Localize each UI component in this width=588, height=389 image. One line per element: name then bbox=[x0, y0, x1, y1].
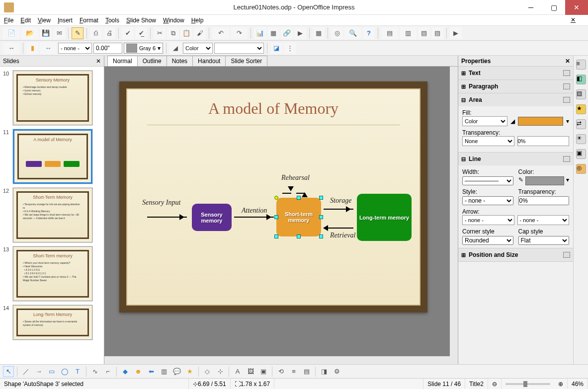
hyperlink-button[interactable]: 🔗 bbox=[281, 27, 293, 39]
slide[interactable]: A model of Memory Sensory Input Sensory … bbox=[119, 81, 427, 312]
line-transparency-input[interactable] bbox=[518, 196, 570, 205]
copy-button[interactable]: ⧉ bbox=[167, 27, 179, 39]
properties-tab-icon[interactable]: ◧ bbox=[576, 75, 586, 84]
line-color-swatch[interactable]: Gray 6▾ bbox=[124, 43, 163, 54]
rotate-tool[interactable]: ⟲ bbox=[275, 366, 286, 377]
navigator-icon[interactable]: ◎ bbox=[576, 164, 586, 174]
start-slideshow-button[interactable]: ▶ bbox=[450, 27, 462, 39]
table-button[interactable]: ▦ bbox=[267, 27, 279, 39]
minimize-button[interactable]: ─ bbox=[519, 0, 542, 15]
expand-icon[interactable]: ⊞ bbox=[461, 83, 466, 90]
block-arrows-tool[interactable]: ⬅ bbox=[146, 366, 157, 377]
save-button[interactable]: 💾 bbox=[40, 27, 52, 39]
slide-thumb[interactable]: 12 Short-Term Memory• Temporary storage … bbox=[0, 186, 104, 244]
align-tool[interactable]: ≡ bbox=[288, 366, 299, 377]
extrusion-tool[interactable]: ◨ bbox=[319, 366, 330, 377]
expand-icon[interactable]: ⊞ bbox=[461, 70, 466, 77]
slide-design-button[interactable]: ▧ bbox=[418, 27, 430, 39]
navigator-button[interactable]: ◎ bbox=[331, 27, 343, 39]
symbol-shapes-tool[interactable]: ☻ bbox=[133, 366, 144, 377]
print-button[interactable]: 🖨 bbox=[103, 27, 115, 39]
menu-window[interactable]: Window bbox=[163, 17, 184, 24]
fill-type-select[interactable]: Color bbox=[462, 116, 507, 126]
zoom-value[interactable]: 46% bbox=[568, 379, 588, 389]
master-pages-icon[interactable]: ▤ bbox=[576, 89, 586, 99]
menu-format[interactable]: Format bbox=[80, 17, 98, 24]
shadow-button[interactable]: ◪ bbox=[270, 42, 282, 54]
slide-thumb[interactable]: 10 Sensory Memory• Afterimage duration a… bbox=[0, 69, 104, 127]
transparency-value-input[interactable] bbox=[517, 136, 570, 146]
menu-insert[interactable]: Insert bbox=[58, 17, 73, 24]
zoom-out-button[interactable]: ⊖ bbox=[488, 379, 502, 389]
line-endings-button[interactable]: ↔ bbox=[40, 42, 57, 54]
edit-file-button[interactable]: ✎ bbox=[72, 27, 84, 39]
cut-button[interactable]: ✂ bbox=[154, 27, 166, 39]
export-pdf-button[interactable]: ⎙ bbox=[90, 27, 102, 39]
select-tool[interactable]: ↖ bbox=[3, 366, 14, 377]
slideshow-button[interactable]: ▶ bbox=[294, 27, 306, 39]
zoom-button[interactable]: 🔍 bbox=[344, 27, 361, 39]
paste-button[interactable]: 📋 bbox=[180, 27, 192, 39]
redo-button[interactable]: ↷ bbox=[231, 27, 248, 39]
cap-style-select[interactable]: Flat bbox=[518, 236, 570, 245]
undo-button[interactable]: ↶ bbox=[212, 27, 229, 39]
gallery-tool[interactable]: ▣ bbox=[258, 366, 269, 377]
custom-animation-icon[interactable]: ★ bbox=[576, 104, 586, 114]
vertical-scrollbar[interactable] bbox=[450, 67, 458, 364]
slide-thumb[interactable]: 11 A model of Memory bbox=[0, 127, 104, 186]
points-tool[interactable]: ◇ bbox=[202, 366, 213, 377]
menu-slideshow[interactable]: Slide Show bbox=[126, 17, 156, 24]
fill-color-select[interactable] bbox=[214, 43, 264, 54]
box-long-term[interactable]: Long-term memory bbox=[357, 194, 412, 241]
box-short-term[interactable]: Short-term memory bbox=[276, 198, 321, 236]
callout-tool[interactable]: 💬 bbox=[171, 366, 182, 377]
zoom-in-button[interactable]: ⊕ bbox=[554, 379, 568, 389]
menu-tools[interactable]: Tools bbox=[105, 17, 119, 24]
tab-notes[interactable]: Notes bbox=[167, 56, 193, 66]
properties-close-icon[interactable]: ✕ bbox=[565, 58, 570, 65]
line-color-swatch[interactable] bbox=[525, 176, 565, 185]
close-button[interactable]: ✕ bbox=[565, 0, 588, 15]
collapse-icon[interactable]: ⊟ bbox=[461, 97, 466, 103]
stars-tool[interactable]: ★ bbox=[184, 366, 195, 377]
horizontal-scrollbar[interactable] bbox=[104, 356, 450, 364]
arrow-start-select[interactable]: - none - bbox=[462, 215, 514, 225]
ellipse-tool[interactable]: ◯ bbox=[59, 366, 70, 377]
line-style-select[interactable]: - none - bbox=[462, 196, 513, 205]
gluepoints-tool[interactable]: ⊹ bbox=[215, 366, 226, 377]
box-sensory[interactable]: Sensory memory bbox=[192, 204, 232, 231]
arrow-style-button[interactable]: ↔ bbox=[3, 42, 20, 54]
fill-type-select[interactable]: Color bbox=[183, 43, 213, 54]
line-color-button[interactable]: ▮ bbox=[26, 42, 38, 54]
styles-icon[interactable]: ☀ bbox=[576, 134, 586, 144]
line-style-select[interactable]: - none - bbox=[58, 43, 92, 54]
slide-master-button[interactable]: ▨ bbox=[431, 27, 443, 39]
chart-button[interactable]: 📊 bbox=[254, 27, 266, 39]
text-tool[interactable]: T bbox=[72, 366, 83, 377]
maximize-button[interactable]: ▢ bbox=[542, 0, 565, 15]
bucket-icon[interactable]: ◢ bbox=[510, 118, 515, 125]
toolbar-overflow-icon[interactable]: ⋮ bbox=[284, 42, 296, 54]
arrow-tool[interactable]: → bbox=[33, 366, 44, 377]
collapse-icon[interactable]: ⊟ bbox=[461, 156, 466, 162]
corner-style-select[interactable]: Rounded bbox=[462, 236, 513, 245]
fill-color-swatch[interactable] bbox=[518, 117, 563, 126]
grid-button[interactable]: ▦ bbox=[313, 27, 325, 39]
more-options-icon[interactable] bbox=[563, 156, 570, 162]
layout-button[interactable]: ▥ bbox=[400, 27, 417, 39]
more-options-icon[interactable] bbox=[563, 83, 570, 89]
area-fill-button[interactable]: ◢ bbox=[169, 42, 181, 54]
menu-help[interactable]: Help bbox=[191, 17, 204, 24]
zoom-slider[interactable] bbox=[505, 383, 550, 385]
more-options-icon[interactable] bbox=[563, 252, 570, 258]
format-paintbrush-button[interactable]: 🖌 bbox=[194, 27, 206, 39]
new-button[interactable]: 📄 bbox=[3, 27, 20, 39]
fontwork-tool[interactable]: A bbox=[232, 366, 243, 377]
menu-file[interactable]: File bbox=[4, 17, 13, 24]
curve-tool[interactable]: ∿ bbox=[89, 366, 100, 377]
slide-thumb[interactable]: 14 Long-Term Memory• Stores all the info… bbox=[0, 303, 104, 342]
menu-view[interactable]: View bbox=[38, 17, 51, 24]
sidebar-settings-icon[interactable]: ≡ bbox=[576, 60, 586, 70]
menubar-close-icon[interactable]: ✕ bbox=[569, 16, 577, 24]
line-width-select[interactable]: ──────── bbox=[462, 176, 513, 185]
